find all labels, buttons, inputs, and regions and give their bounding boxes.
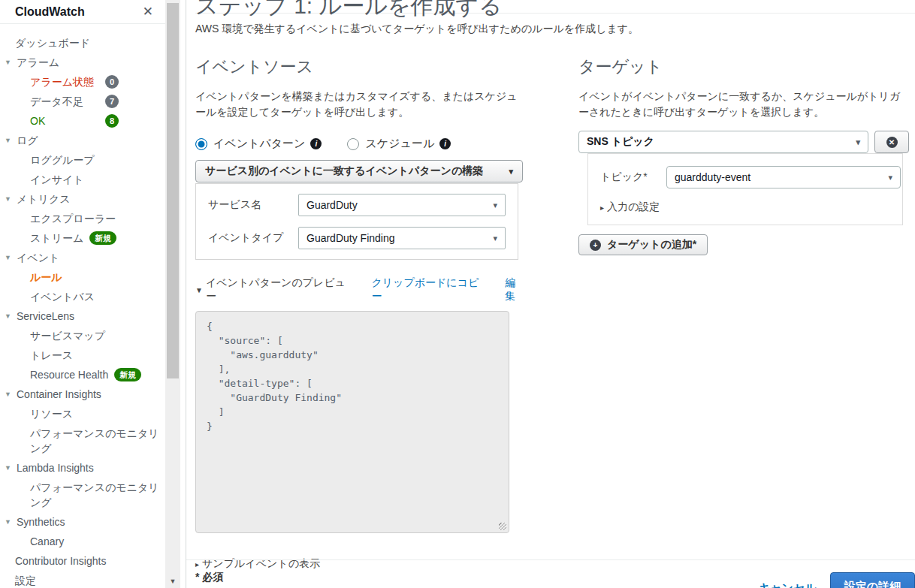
nav-item-label: Contributor Insights: [15, 553, 106, 568]
service-name-value: GuardDuty: [307, 199, 358, 211]
sidebar-nav-item[interactable]: ▼ アラーム: [0, 53, 165, 72]
event-pattern-preview-box[interactable]: { "source": [ "aws.guardduty" ], "detail…: [195, 311, 509, 533]
pattern-builder-dropdown[interactable]: サービス別のイベントに一致するイベントパターンの構築 ▾: [195, 160, 523, 182]
sidebar-nav-item[interactable]: OK 8: [0, 111, 165, 131]
sidebar-nav-item[interactable]: パフォーマンスのモニタリング: [0, 424, 165, 458]
sidebar-nav-item[interactable]: アラーム状態 0: [0, 72, 165, 92]
sidebar-nav-item[interactable]: ▼ ServiceLens: [0, 306, 165, 326]
sidebar-header: CloudWatch ✕: [0, 0, 165, 24]
sidebar-nav-item[interactable]: ▼ Container Insights: [0, 384, 165, 404]
pattern-preview-row: ▼ イベントパターンのプレビュー クリップボードにコピー 編集: [195, 276, 526, 303]
sidebar-nav-item[interactable]: ▼ イベント: [0, 248, 165, 267]
add-target-button[interactable]: + ターゲットの追加*: [578, 234, 708, 255]
chevron-down-icon[interactable]: ▼: [5, 387, 17, 402]
nav-item-label: サービスマップ: [30, 328, 105, 343]
service-name-select[interactable]: GuardDuty ▾: [298, 194, 506, 216]
topic-row: トピック* guardduty-event ▾: [600, 166, 890, 188]
sidebar-nav-item[interactable]: ▼ Synthetics: [0, 512, 165, 532]
event-type-select[interactable]: GuardDuty Finding ▾: [298, 227, 506, 249]
sidebar-nav-item[interactable]: ロググループ: [0, 150, 165, 170]
nav-item-label: イベントバス: [30, 289, 95, 304]
info-icon[interactable]: i: [439, 138, 451, 149]
copy-to-clipboard-link[interactable]: クリップボードにコピー: [371, 276, 488, 303]
sidebar-nav-item[interactable]: リソース: [0, 404, 165, 424]
sidebar-nav-item[interactable]: ルール: [0, 267, 165, 287]
schedule-radio[interactable]: [347, 138, 359, 150]
sidebar-nav: ダッシュボード ▼ アラーム アラーム状態 0 データ不足 7 OK 8 ▼ ロ…: [0, 24, 165, 588]
info-icon[interactable]: i: [310, 138, 322, 149]
remove-target-button[interactable]: ✕: [874, 131, 909, 153]
nav-item-label: リソース: [30, 406, 73, 421]
sidebar-nav-item[interactable]: イベントバス: [0, 287, 165, 306]
sidebar-nav-item[interactable]: Canary: [0, 532, 165, 551]
sidebar-nav-item[interactable]: Contributor Insights: [0, 551, 165, 571]
caret-down-icon: ▾: [509, 167, 513, 176]
nav-item-label: パフォーマンスのモニタリング: [30, 426, 159, 456]
event-type-value: GuardDuty Finding: [307, 232, 395, 244]
event-pattern-radio[interactable]: [195, 138, 207, 150]
expand-triangle-icon: ▸: [600, 204, 604, 212]
topic-select[interactable]: guardduty-event ▾: [666, 166, 901, 188]
sidebar-nav-item[interactable]: サービスマップ: [0, 326, 165, 345]
cloudwatch-app: CloudWatch ✕ ダッシュボード ▼ アラーム アラーム状態 0 データ…: [0, 0, 915, 588]
target-type-select[interactable]: SNS トピック ▾: [578, 131, 868, 153]
page-header: ステップ 1: ルールを作成する: [195, 0, 915, 14]
nav-item-label: ダッシュボード: [15, 35, 90, 50]
resize-handle[interactable]: [499, 523, 506, 530]
count-badge: 8: [105, 114, 119, 128]
event-type-label: イベントタイプ: [208, 231, 298, 245]
nav-item-label: トレース: [30, 348, 73, 363]
add-circle-icon: +: [590, 240, 601, 251]
chevron-down-icon[interactable]: ▼: [5, 514, 17, 529]
scrollbar-thumb[interactable]: [167, 3, 179, 378]
nav-item-label: ログ: [17, 133, 38, 148]
sidebar: CloudWatch ✕ ダッシュボード ▼ アラーム アラーム状態 0 データ…: [0, 0, 165, 588]
schedule-radio-label[interactable]: スケジュール: [365, 137, 434, 151]
chevron-down-icon[interactable]: ▼: [5, 55, 17, 70]
new-badge: 新規: [114, 368, 141, 381]
pattern-builder-label: サービス別のイベントに一致するイベントパターンの構築: [205, 164, 483, 178]
event-source-section: イベントソース イベントパターンを構築またはカスタマイズする、またはスケジュール…: [195, 56, 526, 571]
nav-item-label: アラーム: [17, 55, 59, 70]
topic-label: トピック*: [600, 170, 666, 184]
remove-circle-icon: ✕: [886, 137, 898, 148]
pattern-preview-toggle[interactable]: イベントパターンのプレビュー: [206, 276, 355, 303]
scroll-down-icon[interactable]: ▼: [165, 577, 180, 585]
event-pattern-radio-label[interactable]: イベントパターン: [213, 137, 305, 151]
sidebar-nav-item[interactable]: 設定: [0, 571, 165, 588]
nav-item-label: ServiceLens: [17, 309, 74, 324]
input-settings-toggle[interactable]: ▸ 入力の設定: [600, 201, 890, 214]
chevron-down-icon[interactable]: ▼: [5, 191, 17, 207]
sidebar-nav-item[interactable]: トレース: [0, 345, 165, 365]
sidebar-nav-item[interactable]: ▼ ログ: [0, 131, 165, 150]
nav-item-label: アラーム状態: [30, 74, 94, 89]
sidebar-scrollbar[interactable]: ▼: [165, 0, 180, 588]
nav-item-label: インサイト: [30, 172, 84, 187]
event-source-heading: イベントソース: [195, 56, 526, 78]
sidebar-nav-item[interactable]: ストリーム 新規: [0, 228, 165, 248]
sidebar-nav-item[interactable]: ダッシュボード: [0, 33, 165, 53]
main-content: ステップ 1: ルールを作成する AWS 環境で発生するイベントに基づいてターゲ…: [186, 0, 915, 588]
close-icon[interactable]: ✕: [143, 5, 153, 18]
edit-link[interactable]: 編集: [505, 276, 526, 303]
sidebar-nav-item[interactable]: Resource Health 新規: [0, 365, 165, 384]
caret-down-icon: ▾: [493, 201, 497, 210]
sidebar-nav-item[interactable]: ▼ Lambda Insights: [0, 458, 165, 478]
sidebar-nav-item[interactable]: パフォーマンスのモニタリング: [0, 478, 165, 512]
chevron-down-icon[interactable]: ▼: [5, 133, 17, 148]
collapse-triangle-icon[interactable]: ▼: [195, 286, 203, 294]
event-source-description: イベントパターンを構築またはカスタマイズする、またはスケジュールを設定してターゲ…: [195, 89, 526, 120]
target-config-card: トピック* guardduty-event ▾ ▸ 入力の設定: [587, 153, 903, 225]
count-badge: 7: [105, 95, 119, 108]
chevron-down-icon[interactable]: ▼: [5, 250, 17, 265]
caret-down-icon: ▾: [888, 173, 892, 182]
sidebar-nav-item[interactable]: データ不足 7: [0, 92, 165, 111]
chevron-down-icon[interactable]: ▼: [5, 460, 17, 475]
sidebar-nav-item[interactable]: エクスプローラー: [0, 209, 165, 228]
sidebar-nav-item[interactable]: インサイト: [0, 170, 165, 189]
page-title: ステップ 1: ルールを作成する: [195, 0, 915, 22]
chevron-down-icon[interactable]: ▼: [5, 309, 17, 324]
cancel-button[interactable]: キャンセル: [759, 581, 817, 588]
sidebar-nav-item[interactable]: ▼ メトリクス: [0, 189, 165, 209]
configure-details-button[interactable]: 設定の詳細: [830, 572, 915, 588]
